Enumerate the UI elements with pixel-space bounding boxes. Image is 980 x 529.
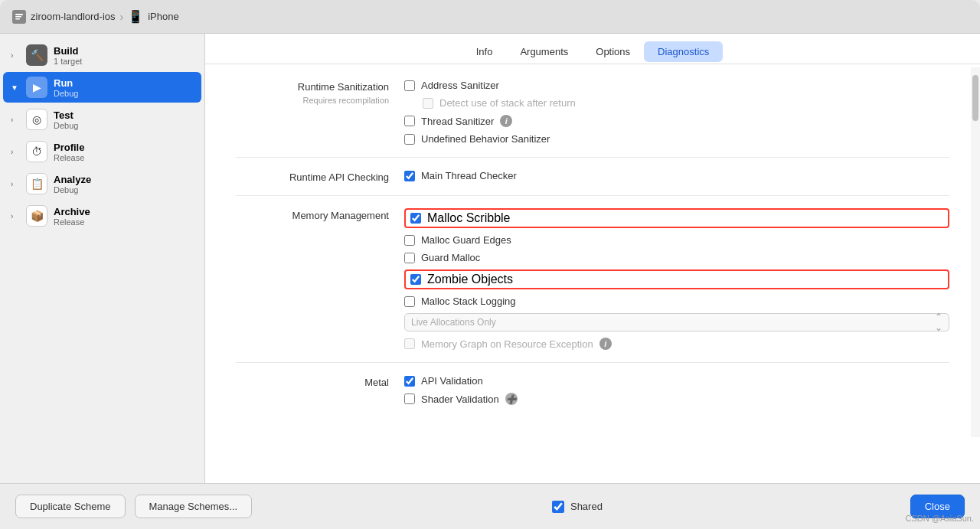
malloc-stack-label[interactable]: Malloc Stack Logging xyxy=(421,296,516,307)
malloc-guard-label[interactable]: Malloc Guard Edges xyxy=(421,234,511,246)
duplicate-scheme-button[interactable]: Duplicate Scheme xyxy=(15,495,126,518)
tab-diagnostics[interactable]: Diagnostics xyxy=(644,41,723,62)
malloc-scribble-label[interactable]: Malloc Scribble xyxy=(427,211,510,225)
archive-icon: 📦 xyxy=(26,205,47,227)
runtime-sanitization-row: Runtime Sanitization Requires recompilat… xyxy=(236,80,949,145)
malloc-scribble-highlight: Malloc Scribble xyxy=(404,208,949,228)
run-chevron: ▼ xyxy=(11,83,20,92)
run-subtitle: Debug xyxy=(54,89,78,98)
device-icon: 📱 xyxy=(128,9,143,24)
shader-info-icon[interactable]: ➕ xyxy=(505,393,518,405)
separator: › xyxy=(120,11,124,23)
malloc-stack-row: Malloc Stack Logging xyxy=(404,296,949,307)
tabs-bar: Info Arguments Options Diagnostics xyxy=(205,34,980,64)
sidebar-item-run[interactable]: ▼ ▶ Run Debug xyxy=(3,72,201,103)
memory-graph-label: Memory Graph on Resource Exception xyxy=(421,338,593,350)
run-labels: Run Debug xyxy=(54,77,78,98)
tab-arguments[interactable]: Arguments xyxy=(506,41,582,64)
app-window: ziroom-landlord-ios › 📱 iPhone › 🔨 Build… xyxy=(0,0,980,529)
detect-stack-row: Detect use of stack after return xyxy=(404,97,949,109)
shader-validation-checkbox[interactable] xyxy=(404,393,415,404)
test-labels: Test Debug xyxy=(54,109,78,130)
undefined-behavior-label[interactable]: Undefined Behavior Sanitizer xyxy=(421,133,550,145)
tab-options[interactable]: Options xyxy=(582,41,644,64)
sanitization-controls: Address Sanitizer Detect use of stack af… xyxy=(404,80,949,145)
guard-malloc-label[interactable]: Guard Malloc xyxy=(421,252,480,263)
malloc-stack-checkbox[interactable] xyxy=(404,296,415,307)
settings-area: Runtime Sanitization Requires recompilat… xyxy=(205,64,980,483)
divider-3 xyxy=(236,362,949,363)
malloc-guard-checkbox[interactable] xyxy=(404,235,415,246)
main-thread-checkbox[interactable] xyxy=(404,171,415,181)
header-bar: ziroom-landlord-ios › 📱 iPhone xyxy=(0,0,980,34)
thread-sanitizer-row: Thread Sanitizer i xyxy=(404,115,949,127)
sidebar-item-build[interactable]: › 🔨 Build 1 target xyxy=(3,40,201,70)
svg-rect-3 xyxy=(15,18,20,20)
undefined-behavior-row: Undefined Behavior Sanitizer xyxy=(404,133,949,145)
address-sanitizer-checkbox[interactable] xyxy=(404,80,415,91)
divider-1 xyxy=(236,157,949,158)
metal-controls: API Validation Shader Validation ➕ xyxy=(404,375,949,405)
svg-rect-2 xyxy=(15,16,21,18)
metal-label: Metal xyxy=(236,375,389,388)
sidebar-item-test[interactable]: › ◎ Test Debug xyxy=(3,104,201,135)
archive-title: Archive xyxy=(54,206,90,217)
shared-checkbox[interactable] xyxy=(552,501,564,513)
tab-info[interactable]: Info xyxy=(462,41,507,64)
test-subtitle: Debug xyxy=(54,121,78,130)
manage-schemes-button[interactable]: Manage Schemes... xyxy=(135,495,253,518)
malloc-guard-row: Malloc Guard Edges xyxy=(404,234,949,246)
project-icon xyxy=(12,10,26,24)
build-labels: Build 1 target xyxy=(54,45,82,66)
test-title: Test xyxy=(54,109,78,121)
archive-labels: Archive Release xyxy=(54,206,90,227)
memory-graph-row: Memory Graph on Resource Exception i xyxy=(404,338,949,350)
zombie-objects-checkbox[interactable] xyxy=(410,274,421,285)
divider-2 xyxy=(236,195,949,196)
run-icon: ▶ xyxy=(26,77,47,98)
api-controls: Main Thread Checker xyxy=(404,170,949,181)
guard-malloc-row: Guard Malloc xyxy=(404,252,949,263)
thread-sanitizer-label[interactable]: Thread Sanitizer xyxy=(421,116,494,127)
build-chevron: › xyxy=(11,51,20,60)
thread-sanitizer-info-icon[interactable]: i xyxy=(500,115,512,127)
sidebar-item-analyze[interactable]: › 📋 Analyze Debug xyxy=(3,168,201,199)
main-thread-label[interactable]: Main Thread Checker xyxy=(421,170,517,181)
api-validation-row: API Validation xyxy=(404,375,949,387)
address-sanitizer-label[interactable]: Address Sanitizer xyxy=(421,80,499,91)
project-name: ziroom-landlord-ios xyxy=(31,11,116,22)
api-validation-checkbox[interactable] xyxy=(404,376,415,387)
profile-chevron: › xyxy=(11,148,20,156)
undefined-behavior-checkbox[interactable] xyxy=(404,134,415,145)
live-allocations-text: Live Allocations Only xyxy=(411,317,496,328)
detect-stack-checkbox[interactable] xyxy=(423,98,433,109)
runtime-api-row: Runtime API Checking Main Thread Checker xyxy=(236,170,949,183)
archive-subtitle: Release xyxy=(54,217,90,227)
shared-label[interactable]: Shared xyxy=(570,501,603,512)
malloc-scribble-checkbox[interactable] xyxy=(410,213,421,224)
thread-sanitizer-checkbox[interactable] xyxy=(404,116,415,126)
sidebar-item-profile[interactable]: › ⏱ Profile Release xyxy=(3,136,201,167)
zombie-objects-label[interactable]: Zombie Objects xyxy=(427,273,513,286)
memory-controls: Malloc Scribble Malloc Guard Edges Guard… xyxy=(404,208,949,350)
watermark: CSDN @AsiaSun. xyxy=(906,514,974,523)
guard-malloc-checkbox[interactable] xyxy=(404,253,415,263)
api-validation-label[interactable]: API Validation xyxy=(421,375,483,387)
scroll-thumb[interactable] xyxy=(972,75,978,121)
live-allocations-dropdown[interactable]: Live Allocations Only ⌃⌄ xyxy=(404,313,949,331)
scroll-track[interactable] xyxy=(971,67,980,437)
profile-labels: Profile Release xyxy=(54,142,84,162)
sidebar-item-archive[interactable]: › 📦 Archive Release xyxy=(3,201,201,231)
archive-chevron: › xyxy=(11,212,20,220)
profile-title: Profile xyxy=(54,142,84,153)
analyze-title: Analyze xyxy=(54,174,91,185)
shader-validation-label[interactable]: Shader Validation xyxy=(421,393,499,405)
detect-stack-label: Detect use of stack after return xyxy=(439,97,576,109)
shared-row: Shared xyxy=(552,501,603,513)
runtime-sanitization-label: Runtime Sanitization xyxy=(236,80,389,93)
memory-graph-info-icon[interactable]: i xyxy=(599,338,612,350)
memory-graph-checkbox[interactable] xyxy=(404,338,415,349)
profile-icon: ⏱ xyxy=(26,141,47,162)
runtime-api-label: Runtime API Checking xyxy=(236,170,389,183)
analyze-icon: 📋 xyxy=(26,173,47,194)
